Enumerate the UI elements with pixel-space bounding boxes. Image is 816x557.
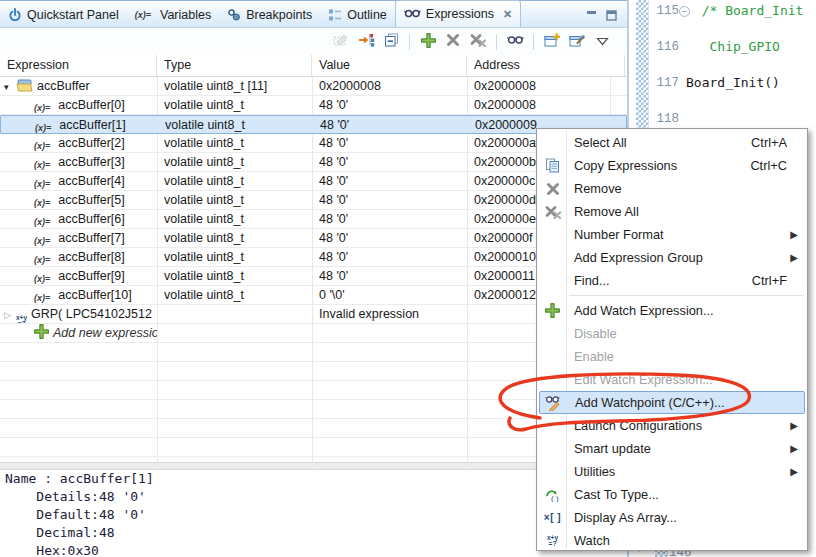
expression-row-accbuffer-9[interactable]: (x)=accBuffer[9]volatile uint8_t48 '0'0x…: [0, 267, 627, 286]
show-logical-structure-button[interactable]: [357, 33, 375, 51]
expression-row-grp-lpc54102j512[interactable]: ▷x+y=?GRP( LPC54102J512Invalid expressio…: [0, 305, 627, 324]
remove-selected-expressions-button[interactable]: [444, 33, 462, 51]
watch-icon: x+y=?: [539, 535, 566, 547]
variable-icon: (x)=: [34, 198, 54, 208]
menu-item-launch-configurations[interactable]: Launch Configurations▶: [539, 414, 805, 437]
column-header-address[interactable]: Address: [467, 55, 625, 76]
type-cell: volatile uint8_t: [164, 191, 312, 209]
variable-icon: (x)=: [34, 274, 54, 284]
expression-row-accbuffer-8[interactable]: (x)=accBuffer[8]volatile uint8_t48 '0'0x…: [0, 248, 627, 267]
array-display-icon: ×[ ]: [539, 512, 566, 523]
expression-row-accbuffer-4[interactable]: (x)=accBuffer[4]volatile uint8_t48 '0'0x…: [0, 172, 627, 191]
expression-label: GRP( LPC54102J512: [31, 307, 152, 321]
menu-item-number-format[interactable]: Number Format▶: [539, 223, 805, 246]
show-type-names-button: [332, 33, 350, 51]
menu-item-label: Enable: [566, 349, 805, 364]
view-tab-bar: Quickstart Panel(x)=VariablesBreakpoints…: [0, 0, 627, 28]
show-type-names-icon: [333, 33, 349, 50]
value-cell: 48 '0': [319, 134, 467, 152]
breakpoints-icon: [227, 8, 241, 22]
value-cell: 48 '0': [320, 116, 468, 134]
empty-table-row: [0, 343, 627, 362]
tab-breakpoints[interactable]: Breakpoints: [219, 3, 320, 27]
context-menu: Select AllCtrl+ACopy ExpressionsCtrl+CRe…: [536, 128, 808, 551]
line-number: 115: [651, 2, 679, 20]
menu-item-smart-update[interactable]: Smart update▶: [539, 437, 805, 460]
expression-row-accbuffer-2[interactable]: (x)=accBuffer[2]volatile uint8_t48 '0'0x…: [0, 134, 627, 153]
tab-label: Expressions: [426, 7, 494, 21]
view-toolbar: [0, 28, 627, 55]
expression-label: accBuffer[0]: [58, 98, 124, 112]
twistie-expanded-icon[interactable]: ▾: [4, 78, 16, 95]
value-cell: 48 '0': [319, 267, 467, 285]
submenu-arrow-icon: ▶: [790, 466, 798, 477]
collapse-all-button[interactable]: [382, 33, 400, 51]
add-new-expression-row[interactable]: Add new expression: [0, 324, 627, 343]
variable-icon: (x)=: [34, 179, 54, 189]
column-header-type[interactable]: Type: [157, 55, 312, 76]
empty-table-row: [0, 362, 627, 381]
empty-table-row: [0, 381, 627, 400]
code-line-118[interactable]: 118: [629, 110, 816, 128]
remove-all-expressions-button[interactable]: [469, 33, 487, 51]
tab-outline[interactable]: Outline: [320, 3, 395, 27]
watch-glasses-icon: [507, 34, 524, 50]
close-icon[interactable]: ✕: [503, 8, 512, 21]
expression-row-accbuffer-0[interactable]: (x)=accBuffer[0]volatile uint8_t48 '0'0x…: [0, 96, 627, 115]
code-line-115[interactable]: 115− /* Board_Init: [629, 2, 816, 20]
menu-item-add-watchpoint-c-c[interactable]: Add Watchpoint (C/C++)...: [539, 391, 805, 414]
menu-item-copy-expressions[interactable]: Copy ExpressionsCtrl+C: [539, 154, 805, 177]
expression-row-accbuffer-10[interactable]: (x)=accBuffer[10]volatile uint8_t0 '\0'0…: [0, 286, 627, 305]
menu-item-cast-to-type[interactable]: ( )Cast To Type...: [539, 483, 805, 506]
variable-icon: (x)=: [34, 255, 54, 265]
menu-item-shortcut: Ctrl+A: [751, 135, 787, 150]
menu-item-remove[interactable]: Remove: [539, 177, 805, 200]
empty-table-row: [0, 457, 627, 465]
expression-row-accbuffer-1[interactable]: (x)=accBuffer[1]volatile uint8_t48 '0'0x…: [0, 115, 627, 134]
menu-item-remove-all[interactable]: Remove All: [539, 200, 805, 223]
expression-label: accBuffer[2]: [58, 136, 124, 150]
pin-view-button[interactable]: [568, 33, 586, 51]
menu-item-display-as-array[interactable]: ×[ ]Display As Array...: [539, 506, 805, 529]
expression-row-accbuffer-6[interactable]: (x)=accBuffer[6]volatile uint8_t48 '0'0x…: [0, 210, 627, 229]
tab-variables[interactable]: (x)=Variables: [127, 3, 219, 27]
expression-label: accBuffer[8]: [58, 250, 124, 264]
add-new-expression-button[interactable]: [419, 33, 437, 51]
open-new-view-button[interactable]: [543, 33, 561, 51]
expression-row-accbuffer[interactable]: ▾accBuffervolatile uint8_t [11]0x2000008…: [0, 77, 627, 96]
expression-row-accbuffer-5[interactable]: (x)=accBuffer[5]volatile uint8_t48 '0'0x…: [0, 191, 627, 210]
table-body: ▾accBuffervolatile uint8_t [11]0x2000008…: [0, 77, 627, 465]
table-header: ExpressionTypeValueAddress: [0, 55, 627, 77]
menu-item-label: Disable: [566, 326, 805, 341]
menu-item-label: Add Watchpoint (C/C++)...: [567, 395, 804, 410]
menu-item-select-all[interactable]: Select AllCtrl+A: [539, 131, 805, 154]
menu-item-add-expression-group[interactable]: Add Expression Group▶: [539, 246, 805, 269]
minimize-button[interactable]: [586, 10, 597, 21]
code-line-116[interactable]: 116 Chip_GPIO: [629, 38, 816, 56]
expression-row-accbuffer-3[interactable]: (x)=accBuffer[3]volatile uint8_t48 '0'0x…: [0, 153, 627, 172]
value-cell: 48 '0': [319, 210, 467, 228]
menu-item-find[interactable]: Find...Ctrl+F: [539, 269, 805, 292]
maximize-button[interactable]: [606, 10, 617, 21]
view-menu-button[interactable]: [593, 33, 611, 51]
menu-item-watch[interactable]: x+y=?Watch: [539, 529, 805, 552]
watchpoint-icon: [540, 395, 567, 411]
menu-item-add-watch-expression[interactable]: Add Watch Expression...: [539, 299, 805, 322]
value-cell: 48 '0': [319, 248, 467, 266]
submenu-arrow-icon: ▶: [790, 229, 798, 240]
type-cell: volatile uint8_t [11]: [164, 77, 312, 95]
expression-label: accBuffer[9]: [58, 269, 124, 283]
add-icon: [34, 324, 49, 339]
twistie-collapsed-icon[interactable]: ▷: [4, 306, 16, 323]
tab-expressions[interactable]: Expressions✕: [395, 0, 521, 27]
code-line-117[interactable]: 117Board_Init(): [629, 74, 816, 92]
menu-item-shortcut: Ctrl+C: [750, 158, 787, 173]
expression-row-accbuffer-7[interactable]: (x)=accBuffer[7]volatile uint8_t48 '0'0x…: [0, 229, 627, 248]
tab-quickstart-panel[interactable]: Quickstart Panel: [0, 3, 127, 27]
menu-item-utilities[interactable]: Utilities▶: [539, 460, 805, 483]
column-header-expression[interactable]: Expression: [0, 55, 157, 76]
add-watch-expression-button[interactable]: [506, 33, 524, 51]
column-header-value[interactable]: Value: [312, 55, 467, 76]
menu-item-label: Watch: [566, 533, 805, 548]
cast-icon: ( ): [539, 487, 566, 502]
